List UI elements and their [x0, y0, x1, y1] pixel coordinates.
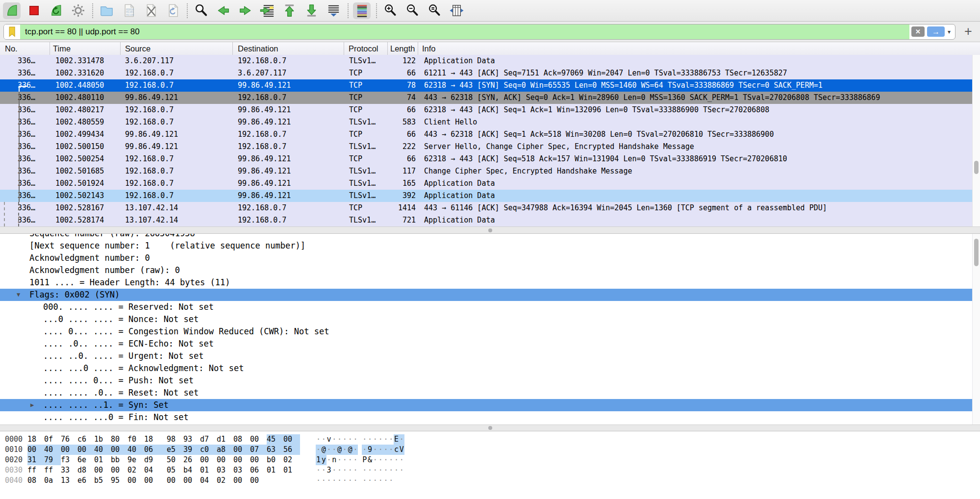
cell-destination: 192.168.0.7: [233, 202, 344, 214]
go-forward-button[interactable]: [236, 2, 254, 19]
zoom-in-button[interactable]: [381, 2, 399, 19]
hex-row[interactable]: 0040080a13e6b5950000000004020000········…: [0, 475, 980, 486]
cell-info: 61211 → 443 [ACK] Seq=7151 Ack=97069 Win…: [418, 67, 973, 79]
filter-apply-button[interactable]: →: [927, 26, 945, 37]
column-header-length[interactable]: Length: [388, 42, 418, 55]
ascii-char: ·: [388, 445, 394, 455]
resize-columns-icon: [449, 2, 465, 19]
go-bottom-button[interactable]: [302, 2, 320, 19]
packet-list-scrollbar[interactable]: [972, 55, 980, 226]
reload-file-button[interactable]: [164, 2, 181, 19]
filter-history-dropdown[interactable]: ▾: [948, 28, 951, 35]
detail-row[interactable]: ...0 .... .... = Nonce: Not set: [0, 313, 980, 325]
pane-splitter-top[interactable]: [0, 226, 980, 234]
filter-bookmark-icon[interactable]: [4, 25, 20, 39]
toolbar-separator: [92, 3, 93, 18]
packet-row[interactable]: 336…1002.49943499.86.49.121192.168.0.7TC…: [0, 128, 973, 141]
ascii-column: ··············: [316, 475, 394, 486]
detail-row[interactable]: [Next sequence number: 1 (relative seque…: [0, 240, 980, 252]
filter-add-button[interactable]: +: [961, 25, 975, 39]
cell-info: 62318 → 443 [ACK] Seq=1 Ack=1 Win=132096…: [418, 104, 973, 116]
cell-time: 1002.501924: [50, 177, 121, 190]
packet-details-scrollbar-thumb[interactable]: [974, 239, 979, 266]
go-back-button[interactable]: [214, 2, 232, 19]
auto-scroll-button[interactable]: [325, 2, 342, 19]
hex-row[interactable]: 00100040000040004006e539c0a800076356·@··…: [0, 445, 980, 455]
packet-list-header: No.TimeSourceDestinationProtocolLengthIn…: [0, 42, 980, 55]
go-top-button[interactable]: [280, 2, 298, 19]
detail-row[interactable]: .... .0.. .... = ECN-Echo: Not set: [0, 338, 980, 350]
detail-row[interactable]: .... .... 0... = Push: Not set: [0, 374, 980, 387]
start-capture-button[interactable]: [3, 2, 21, 19]
packet-row[interactable]: 336…1002.50015099.86.49.121192.168.0.7TL…: [0, 141, 973, 153]
detail-row[interactable]: 000. .... .... = Reserved: Not set: [0, 301, 980, 313]
packet-bytes-pane[interactable]: 0000180f76c61b80f0189893d7d108004500··v·…: [0, 431, 980, 499]
detail-row[interactable]: ▶.... .... ..1. = Syn: Set: [0, 399, 980, 411]
column-header-destination[interactable]: Destination: [233, 42, 344, 55]
capture-options-button[interactable]: [69, 2, 87, 19]
detail-row[interactable]: Acknowledgment number: 0: [0, 252, 980, 264]
packet-list-scrollbar-thumb[interactable]: [974, 161, 979, 174]
packet-row[interactable]: 336…1002.3314783.6.207.117192.168.0.7TLS…: [0, 55, 973, 67]
detail-row[interactable]: .... ...0 .... = Acknowledgment: Not set: [0, 362, 980, 374]
close-file-button[interactable]: [142, 2, 159, 19]
hex-byte: 40: [44, 445, 61, 455]
colorize-packets-button[interactable]: [353, 2, 371, 19]
packet-row[interactable]: 336…1002.500254192.168.0.799.86.49.121TC…: [0, 153, 973, 165]
ascii-char: ·: [342, 445, 348, 455]
display-filter-field[interactable]: tcp.port == 80 || udp.port == 80 ✕ → ▾: [3, 24, 955, 40]
column-header-protocol[interactable]: Protocol: [344, 42, 388, 55]
filter-clear-button[interactable]: ✕: [911, 26, 925, 37]
packet-row[interactable]: 336…1002.480559192.168.0.799.86.49.121TL…: [0, 116, 973, 128]
zoom-reset-button[interactable]: [426, 2, 443, 19]
open-file-button[interactable]: [98, 2, 115, 19]
cell-time: 1002.331620: [50, 67, 121, 79]
column-header-no[interactable]: No.: [0, 42, 50, 55]
packet-row[interactable]: 336…1002.501685192.168.0.799.86.49.121TL…: [0, 165, 973, 177]
go-to-packet-button[interactable]: [258, 2, 276, 19]
column-header-info[interactable]: Info: [418, 42, 980, 55]
ascii-char: @: [337, 445, 342, 455]
packet-row[interactable]: 336…1002.480217192.168.0.799.86.49.121TC…: [0, 104, 973, 116]
detail-row[interactable]: .... 0... .... = Congestion Window Reduc…: [0, 325, 980, 338]
detail-row[interactable]: .... .... .0.. = Reset: Not set: [0, 387, 980, 399]
detail-row[interactable]: 1011 .... = Header Length: 44 bytes (11): [0, 276, 980, 289]
resize-columns-button[interactable]: [448, 2, 465, 19]
detail-row[interactable]: .... ..0. .... = Urgent: Not set: [0, 350, 980, 362]
packet-row[interactable]: 336…1002.52817413.107.42.14192.168.0.7TL…: [0, 214, 973, 226]
pane-splitter-bottom[interactable]: [0, 424, 980, 431]
expander-closed-icon[interactable]: ▶: [30, 399, 34, 411]
hex-byte: c0: [200, 445, 217, 455]
column-header-time[interactable]: Time: [50, 42, 121, 55]
save-file-button[interactable]: 010100110101110: [120, 2, 137, 19]
restart-capture-button[interactable]: [47, 2, 65, 19]
find-packet-button[interactable]: [192, 2, 210, 19]
packet-row[interactable]: 336…1002.501924192.168.0.799.86.49.121TL…: [0, 177, 973, 190]
ascii-char: ·: [337, 434, 342, 445]
zoom-out-button[interactable]: [403, 2, 421, 19]
zoom-in-icon: [382, 2, 399, 19]
hex-row[interactable]: 0030ffff33d80000020405b4010303060101··3·…: [0, 465, 980, 475]
packet-row[interactable]: 336…1002.48011099.86.49.121192.168.0.7TC…: [0, 92, 973, 104]
detail-row[interactable]: Sequence number (raw): 2665041958: [0, 234, 980, 240]
packet-row[interactable]: 336…1002.502143192.168.0.799.86.49.121TL…: [0, 190, 973, 202]
cell-source: 192.168.0.7: [121, 67, 233, 79]
display-filter-input[interactable]: tcp.port == 80 || udp.port == 80: [20, 25, 909, 39]
hex-row[interactable]: 0000180f76c61b80f0189893d7d108004500··v·…: [0, 434, 980, 445]
column-header-source[interactable]: Source: [121, 42, 233, 55]
packet-details-tree: Sequence number (raw): 2665041958[Next s…: [0, 234, 980, 424]
hex-row[interactable]: 00203179f36e01bb9ed9502600000000b0021y·n…: [0, 455, 980, 465]
cell-length: 66: [388, 104, 418, 116]
ascii-char: ·: [383, 455, 389, 465]
detail-row[interactable]: .... .... ...0 = Fin: Not set: [0, 411, 980, 424]
detail-row[interactable]: Acknowledgment number (raw): 0: [0, 264, 980, 276]
packet-details-scrollbar[interactable]: [972, 234, 980, 424]
hex-offset: 0040: [5, 475, 27, 486]
ascii-char: c: [394, 445, 399, 455]
detail-row[interactable]: ▼Flags: 0x002 (SYN): [0, 289, 980, 301]
packet-row[interactable]: 336…1002.52816713.107.42.14192.168.0.7TC…: [0, 202, 973, 214]
expander-open-icon[interactable]: ▼: [17, 289, 20, 301]
packet-row[interactable]: 336…1002.448050192.168.0.799.86.49.121TC…: [0, 79, 973, 92]
stop-capture-button[interactable]: [25, 2, 43, 19]
packet-row[interactable]: 336…1002.331620192.168.0.73.6.207.117TCP…: [0, 67, 973, 79]
